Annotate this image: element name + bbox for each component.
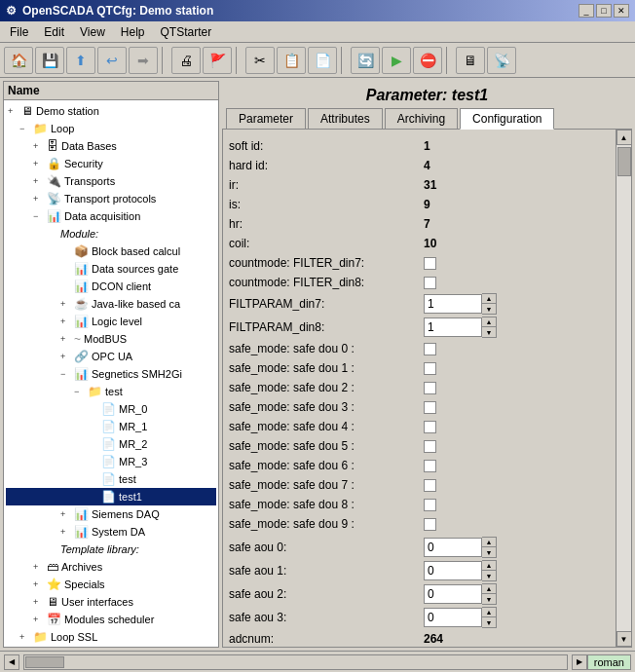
scroll-thumb[interactable] [617, 147, 631, 176]
tab-configuration[interactable]: Configuration [460, 108, 554, 130]
checkbox-safe-dou-9[interactable] [424, 518, 436, 531]
expand-loop[interactable]: − [19, 121, 33, 136]
expand-segnetics[interactable]: − [60, 366, 74, 382]
tool-up[interactable]: ⬆ [66, 47, 95, 74]
horizontal-scroll-thumb[interactable] [25, 656, 64, 668]
tool-forward[interactable]: ➡ [129, 47, 158, 74]
tree-item-mr1[interactable]: 📄 MR_1 [6, 418, 216, 435]
tree-item-data-sources-gate[interactable]: 📊 Data sources gate [6, 260, 216, 278]
expand-user-interfaces[interactable]: + [33, 594, 47, 610]
scroll-down-button[interactable]: ▼ [616, 631, 632, 647]
scroll-left-button[interactable]: ◀ [4, 654, 19, 670]
expand-logic[interactable]: + [60, 314, 74, 329]
tree-item-mr0[interactable]: 📄 MR_0 [6, 400, 216, 418]
spin-up-safe-aou-0[interactable]: ▲ [482, 538, 496, 547]
menu-view[interactable]: View [74, 23, 111, 41]
spin-up-safe-aou-1[interactable]: ▲ [482, 561, 496, 571]
tree-item-test[interactable]: 📄 test [6, 470, 216, 488]
tool-run[interactable]: ▶ [382, 47, 411, 74]
expand-test-folder[interactable]: − [74, 384, 88, 399]
spin-up-safe-aou-2[interactable]: ▲ [482, 584, 496, 594]
checkbox-safe-dou-3[interactable] [424, 401, 436, 414]
tree-item-demo-station[interactable]: + 🖥 Demo station [6, 102, 216, 120]
spin-down-safe-aou-0[interactable]: ▼ [482, 547, 496, 557]
checkbox-countmode-din8[interactable] [424, 277, 436, 289]
tool-network[interactable]: 📡 [487, 47, 516, 74]
maximize-button[interactable]: □ [596, 4, 612, 18]
tool-home[interactable]: 🏠 [4, 47, 33, 74]
expand-java[interactable]: + [60, 296, 74, 312]
expand-modules-scheduler[interactable]: + [33, 612, 47, 627]
tool-copy[interactable]: 📋 [277, 47, 306, 74]
close-button[interactable]: ✕ [614, 4, 629, 18]
menu-qtstarter[interactable]: QTStarter [155, 23, 218, 41]
tree-item-loop-ssl[interactable]: + 📁 Loop SSL [6, 628, 216, 646]
menu-edit[interactable]: Edit [38, 23, 70, 41]
vertical-scrollbar[interactable]: ▲ ▼ [616, 130, 631, 647]
spinbox-filtparam-din7[interactable]: ▲ ▼ [424, 293, 497, 315]
tree-item-user-interfaces[interactable]: + 🖥 User interfaces [6, 593, 216, 611]
tool-stop[interactable]: ⛔ [413, 47, 442, 74]
checkbox-safe-dou-0[interactable] [424, 343, 436, 355]
tool-flag[interactable]: 🚩 [203, 47, 232, 74]
horizontal-scrollbar[interactable] [23, 654, 568, 670]
spinbox-input-filtparam-din8[interactable] [424, 317, 482, 337]
minimize-button[interactable]: _ [579, 4, 594, 18]
tree-item-test-folder[interactable]: − 📁 test [6, 383, 216, 400]
checkbox-safe-dou-5[interactable] [424, 440, 436, 453]
tab-parameter[interactable]: Parameter [226, 108, 306, 129]
scroll-right-button[interactable]: ▶ [572, 654, 587, 670]
tool-refresh[interactable]: 🔄 [351, 47, 380, 74]
spin-up-filtparam-din7[interactable]: ▲ [482, 294, 496, 304]
scroll-up-button[interactable]: ▲ [616, 130, 632, 145]
tree-item-dcon[interactable]: 📊 DCON client [6, 278, 216, 295]
menu-file[interactable]: File [4, 23, 34, 41]
expand-specials[interactable]: + [33, 577, 47, 592]
tree-item-block-based[interactable]: 📦 Block based calcul [6, 243, 216, 260]
spin-up-safe-aou-3[interactable]: ▲ [482, 608, 496, 617]
checkbox-safe-dou-7[interactable] [424, 479, 436, 492]
expand-loop-ssl[interactable]: + [19, 629, 33, 645]
expand-siemens[interactable]: + [60, 506, 74, 522]
tool-save[interactable]: 💾 [35, 47, 64, 74]
spin-up-filtparam-din8[interactable]: ▲ [482, 317, 496, 327]
tool-paste[interactable]: 📄 [308, 47, 337, 74]
spin-down-safe-aou-1[interactable]: ▼ [482, 571, 496, 580]
expand-transports[interactable]: + [33, 173, 47, 189]
tree-item-modbus[interactable]: + ~ ModBUS [6, 330, 216, 348]
tree-item-databases[interactable]: + 🗄 Data Bases [6, 137, 216, 155]
tree-item-security[interactable]: + 🔒 Security [6, 155, 216, 172]
expand-databases[interactable]: + [33, 138, 47, 154]
expand-demo-station[interactable]: + [8, 103, 21, 119]
tab-attributes[interactable]: Attributes [308, 108, 383, 129]
tree-item-system-da[interactable]: + 📊 System DA [6, 523, 216, 541]
tree-item-data-acquisition[interactable]: − 📊 Data acquisition [6, 207, 216, 225]
checkbox-safe-dou-2[interactable] [424, 382, 436, 394]
tab-archiving[interactable]: Archiving [385, 108, 458, 129]
checkbox-countmode-din7[interactable] [424, 257, 436, 270]
tool-monitor[interactable]: 🖥 [456, 47, 485, 74]
expand-opc[interactable]: + [60, 349, 74, 364]
spinbox-safe-aou-3[interactable]: ▲ ▼ [424, 607, 497, 628]
spinbox-safe-aou-1[interactable]: ▲ ▼ [424, 560, 497, 581]
tree-item-java[interactable]: + ☕ Java-like based ca [6, 295, 216, 313]
tool-back[interactable]: ↩ [97, 47, 127, 74]
tree-item-opc[interactable]: + 🔗 OPC UA [6, 348, 216, 365]
tool-cut[interactable]: ✂ [245, 47, 275, 74]
tool-print[interactable]: 🖨 [171, 47, 201, 74]
expand-archives[interactable]: + [33, 559, 47, 575]
checkbox-safe-dou-4[interactable] [424, 421, 436, 433]
tree-item-transport-protocols[interactable]: + 📡 Transport protocols [6, 190, 216, 207]
spinbox-filtparam-din8[interactable]: ▲ ▼ [424, 317, 497, 338]
spin-down-filtparam-din7[interactable]: ▼ [482, 304, 496, 314]
tree-item-logic[interactable]: + 📊 Logic level [6, 313, 216, 330]
scroll-track[interactable] [616, 145, 631, 631]
expand-data-acquisition[interactable]: − [33, 208, 47, 224]
tree-item-specials[interactable]: + ⭐ Specials [6, 576, 216, 593]
checkbox-safe-dou-8[interactable] [424, 499, 436, 511]
tree-item-siemens[interactable]: + 📊 Siemens DAQ [6, 505, 216, 523]
expand-modbus[interactable]: + [60, 331, 74, 347]
tree-item-transports[interactable]: + 🔌 Transports [6, 172, 216, 190]
tree-item-segnetics[interactable]: − 📊 Segnetics SMH2Gi [6, 365, 216, 383]
spinbox-input-safe-aou-2[interactable] [424, 584, 482, 604]
